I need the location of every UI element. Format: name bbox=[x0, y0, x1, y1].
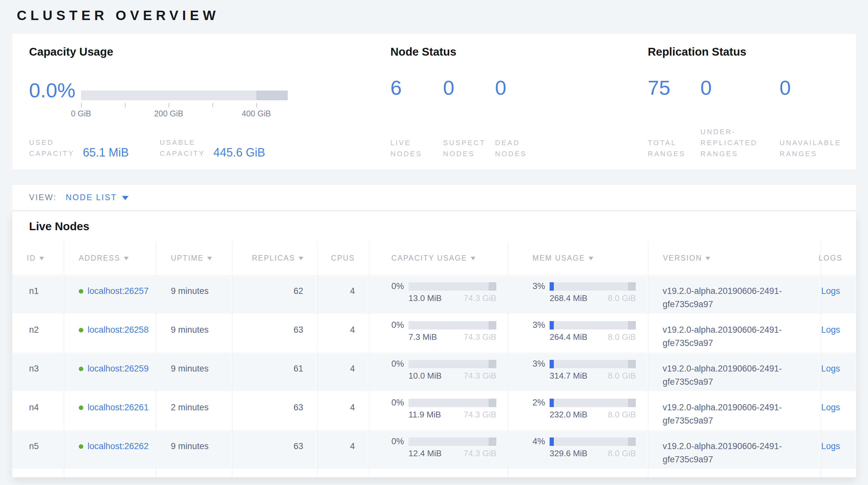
mem-bar bbox=[550, 282, 636, 291]
node-uptime: 9 minutes bbox=[156, 314, 232, 352]
node-address-link[interactable]: localhost:26258 bbox=[88, 323, 151, 337]
capacity-percent-value: 0.0% bbox=[29, 80, 75, 101]
node-mem-usage: 3% 268.4 MiB8.0 GiB bbox=[508, 275, 648, 314]
column-header-replicas[interactable]: REPLICAS bbox=[232, 241, 317, 275]
node-replicas: 63 bbox=[232, 314, 317, 352]
suspect-nodes-label: SUSPECT NODES bbox=[443, 137, 486, 160]
node-replicas: 62 bbox=[232, 275, 317, 314]
node-replicas: 63 bbox=[232, 391, 317, 430]
mem-bar bbox=[550, 399, 636, 407]
logs-link[interactable]: Logs bbox=[821, 364, 840, 373]
capacity-usage-chart: 0 GiB 200 GiB 400 GiB bbox=[81, 90, 288, 119]
node-live-dot bbox=[79, 328, 83, 333]
live-nodes-stat: 6 LIVE NODES bbox=[391, 78, 402, 160]
capacity-stats: USED CAPACITY 65.1 MiB USABLE CAPACITY 4… bbox=[29, 137, 265, 159]
column-header-cpus: CPUS bbox=[317, 241, 369, 275]
node-version: v19.2.0-alpha.20190606-2491-gfe735c9a97 bbox=[648, 391, 821, 430]
usable-capacity-stat: USABLE CAPACITY 445.6 GiB bbox=[159, 137, 265, 159]
used-capacity-value: 65.1 MiB bbox=[83, 146, 128, 159]
node-id: n5 bbox=[12, 430, 64, 469]
node-capacity-usage: 0% 12.4 MiB74.3 GiB bbox=[369, 430, 508, 469]
column-header-id[interactable]: ID bbox=[12, 241, 64, 275]
summary-card: Capacity Usage 0.0% 0 GiB 200 GiB 400 Gi… bbox=[12, 33, 857, 170]
axis-label-400gib: 400 GiB bbox=[242, 109, 271, 118]
sort-arrow-icon bbox=[299, 257, 303, 260]
page-title: CLUSTER OVERVIEW bbox=[17, 8, 220, 23]
unavailable-ranges-label: UNAVAILABLE RANGES bbox=[779, 137, 841, 160]
axis-label-0gib: 0 GiB bbox=[71, 109, 91, 118]
sort-arrow-icon bbox=[589, 257, 593, 260]
node-address-link[interactable]: localhost:26259 bbox=[88, 362, 151, 375]
sort-arrow-icon bbox=[39, 257, 44, 260]
capacity-bar bbox=[408, 282, 496, 291]
capacity-usage-bar bbox=[81, 90, 288, 100]
node-uptime: 2 minutes bbox=[156, 391, 232, 430]
node-version: v19.2.0-alpha.20190606-2491-gfe735c9a97 bbox=[648, 352, 821, 391]
node-mem-usage: 2% 232.0 MiB8.0 GiB bbox=[508, 391, 648, 430]
column-header-version[interactable]: VERSION bbox=[648, 241, 821, 275]
node-id: n1 bbox=[12, 275, 64, 314]
node-capacity-usage: 0% 7.3 MiB74.3 GiB bbox=[369, 314, 508, 352]
node-replicas: 61 bbox=[232, 352, 317, 391]
node-replicas: 63 bbox=[232, 430, 317, 469]
node-cpus: 4 bbox=[317, 430, 369, 469]
column-header-capacity-usage[interactable]: CAPACITY USAGE bbox=[369, 241, 508, 275]
column-header-mem-usage[interactable]: MEM USAGE bbox=[508, 241, 648, 275]
node-address-link[interactable]: localhost:26257 bbox=[88, 285, 151, 298]
table-row: n4 localhost:26261 2 minutes 63 4 0% 11.… bbox=[12, 391, 857, 430]
node-status-section: Node Status 6 LIVE NODES 0 SUSPECT NODES… bbox=[391, 45, 636, 170]
node-mem-usage: 3% 314.7 MiB8.0 GiB bbox=[508, 352, 648, 391]
capacity-bar bbox=[408, 399, 496, 407]
used-capacity-stat: USED CAPACITY 65.1 MiB bbox=[29, 137, 128, 159]
column-header-logs: LOGS bbox=[821, 241, 857, 275]
under-replicated-ranges-label: UNDER- REPLICATED RANGES bbox=[701, 126, 757, 160]
live-nodes-heading: Live Nodes bbox=[29, 220, 89, 233]
table-row: n3 localhost:26259 9 minutes 61 4 0% 10.… bbox=[12, 352, 857, 391]
node-address-link[interactable]: localhost:26262 bbox=[88, 440, 151, 453]
total-ranges-count: 75 bbox=[648, 78, 671, 98]
live-nodes-table: ID ADDRESS UPTIME REPLICAS CPUS CAPACITY… bbox=[12, 241, 857, 478]
node-cpus: 4 bbox=[317, 314, 369, 352]
table-row: n1 localhost:26257 9 minutes 62 4 0% 13.… bbox=[12, 275, 857, 314]
live-nodes-count: 6 bbox=[391, 78, 402, 98]
mem-bar bbox=[550, 321, 636, 330]
capacity-usage-heading: Capacity Usage bbox=[29, 45, 320, 58]
node-live-dot bbox=[79, 405, 83, 410]
view-dropdown-value: NODE LIST bbox=[66, 193, 117, 202]
node-capacity-usage: 0% 10.0 MiB74.3 GiB bbox=[369, 352, 508, 391]
logs-link[interactable]: Logs bbox=[821, 325, 840, 335]
sort-arrow-icon bbox=[124, 257, 128, 260]
sort-arrow-icon bbox=[207, 257, 212, 260]
table-header-row: ID ADDRESS UPTIME REPLICAS CPUS CAPACITY… bbox=[12, 241, 857, 275]
node-uptime: 9 minutes bbox=[156, 352, 232, 391]
capacity-reserved-segment bbox=[256, 90, 288, 100]
total-ranges-label: TOTAL RANGES bbox=[648, 137, 686, 160]
column-header-uptime[interactable]: UPTIME bbox=[156, 241, 232, 275]
cluster-overview-page: CLUSTER OVERVIEW Capacity Usage 0.0% 0 G… bbox=[0, 0, 868, 485]
node-uptime: 9 minutes bbox=[156, 430, 232, 469]
node-cpus: 4 bbox=[317, 391, 369, 430]
capacity-axis-labels: 0 GiB 200 GiB 400 GiB bbox=[81, 109, 288, 119]
column-header-address[interactable]: ADDRESS bbox=[64, 241, 156, 275]
node-address-link[interactable]: localhost:26261 bbox=[88, 401, 151, 414]
replication-status-heading: Replication Status bbox=[648, 45, 848, 58]
unavailable-ranges-count: 0 bbox=[779, 78, 791, 98]
under-replicated-ranges-count: 0 bbox=[701, 78, 712, 98]
node-cpus: 4 bbox=[317, 275, 369, 314]
dead-nodes-label: DEAD NODES bbox=[495, 137, 527, 160]
logs-link[interactable]: Logs bbox=[821, 286, 840, 296]
node-version: v19.2.0-alpha.20190606-2491-gfe735c9a97 bbox=[648, 430, 821, 469]
view-dropdown[interactable]: NODE LIST bbox=[66, 193, 128, 202]
logs-link[interactable]: Logs bbox=[821, 403, 840, 412]
live-nodes-card: Live Nodes ID ADDRESS UPTIME REPLICAS CP… bbox=[12, 211, 857, 478]
suspect-nodes-count: 0 bbox=[443, 78, 454, 98]
capacity-axis-ticks bbox=[81, 103, 288, 108]
node-uptime: 9 minutes bbox=[156, 275, 232, 314]
node-cpus: 4 bbox=[317, 352, 369, 391]
logs-link[interactable]: Logs bbox=[821, 441, 840, 451]
node-capacity-usage: 0% 11.9 MiB74.3 GiB bbox=[369, 391, 508, 430]
capacity-bar bbox=[408, 321, 496, 330]
node-live-dot bbox=[79, 367, 83, 371]
node-id: n3 bbox=[12, 352, 64, 391]
usable-capacity-label: USABLE CAPACITY bbox=[159, 137, 205, 159]
